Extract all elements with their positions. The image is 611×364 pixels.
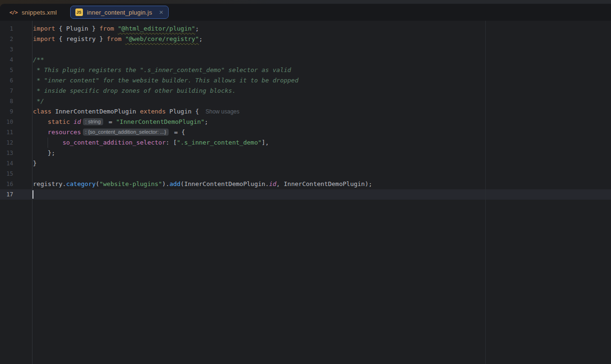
token-keyword: static [48,118,70,125]
code-line-text: class InnerContentDemoPlugin extends Plu… [32,106,239,117]
token-text: ; [195,25,199,32]
line-number: 10 [0,117,32,127]
token-keyword: class [33,108,51,115]
ide-window: </> snippets.xml JS inner_content_plugin… [0,4,611,364]
token-text [122,35,125,42]
line-number: 15 [0,169,32,179]
token-string: "website-plugins" [99,180,162,187]
code-vision-show-usages[interactable]: Show usages [205,108,239,115]
code-line-text: * inside specific drop zones of other bu… [32,86,236,96]
token-text: = [105,118,116,125]
token-text: ], [261,139,269,146]
code-line[interactable]: 15 [0,169,611,179]
code-line-text: static id: string = "InnerContentDemoPlu… [32,117,208,127]
code-line[interactable]: 9class InnerContentDemoPlugin extends Pl… [0,106,611,117]
code-line-text: registry.category("website-plugins").add… [32,179,372,189]
token-keyword: import [33,35,55,42]
token-text [114,25,118,32]
code-line[interactable]: 3 [0,44,611,55]
token-text: { Plugin } [55,25,99,32]
indent-guide [48,138,48,148]
text-caret [33,190,33,199]
code-line-text: import { registry } from "@web/core/regi… [32,34,203,44]
line-number: 2 [0,34,32,44]
token-comment: * "inner content" for the website builde… [33,77,299,84]
xml-file-icon: </> [9,9,17,16]
token-text [33,129,48,136]
code-lines-container: 1import { Plugin } from "@html_editor/pl… [0,24,611,200]
token-text: InnerContentDemoPlugin [51,108,140,115]
token-text: Plugin { [166,108,199,115]
code-line[interactable]: 7 * inside specific drop zones of other … [0,86,611,96]
code-line-text: * This plugin registers the ".s_inner_co… [32,65,291,75]
code-line[interactable]: 11 resources: {so_content_addition_selec… [0,127,611,138]
js-file-icon: JS [75,8,83,16]
token-text: ; [199,35,203,42]
token-field: id [73,118,81,125]
code-line-text: resources: {so_content_addition_selector… [32,127,185,138]
line-number: 14 [0,158,32,169]
line-number: 4 [0,55,32,65]
token-text: }; [33,149,55,156]
code-line-text: */ [32,96,44,106]
token-text: ( [96,180,99,187]
token-text: ). [162,180,170,187]
code-line[interactable]: 13 }; [0,148,611,158]
token-text: } [33,160,37,167]
code-editor[interactable]: 1import { Plugin } from "@html_editor/pl… [0,21,611,364]
token-comment: /** [33,56,44,63]
tab-snippets-xml[interactable]: </> snippets.xml [9,9,64,16]
code-line[interactable]: 1import { Plugin } from "@html_editor/pl… [0,24,611,34]
token-keyword: extends [140,108,166,115]
tab-label: snippets.xml [22,9,57,16]
code-line[interactable]: 2import { registry } from "@web/core/reg… [0,34,611,44]
close-icon[interactable]: × [159,9,163,16]
code-line[interactable]: 4/** [0,55,611,65]
line-number: 7 [0,86,32,96]
code-line[interactable]: 5 * This plugin registers the ".s_inner_… [0,65,611,75]
token-keyword: from [99,25,114,32]
line-number: 16 [0,179,32,189]
code-line-text: } [32,158,37,169]
line-number: 11 [0,127,32,138]
token-text: { registry } [55,35,107,42]
line-number: 5 [0,65,32,75]
token-comment: * inside specific drop zones of other bu… [33,87,236,94]
token-keyword: import [33,25,55,32]
line-number: 1 [0,24,32,34]
token-text: (InnerContentDemoPlugin. [180,180,269,187]
token-comment: */ [33,97,44,105]
token-string: ".s_inner_content_demo" [177,139,261,146]
code-line[interactable]: 16registry.category("website-plugins").a… [0,179,611,189]
token-text: = { [171,129,185,136]
code-line-text: so_content_addition_selector: [".s_inner… [32,138,269,148]
inlay-type-hint: : string [83,118,103,125]
code-line[interactable]: 12 so_content_addition_selector: [".s_in… [0,138,611,148]
token-text: , InnerContentDemoPlugin); [277,180,373,187]
token-field: so_content_addition_selector [63,139,166,146]
token-text [70,118,73,125]
token-field: resources [48,129,81,136]
code-line[interactable]: 8 */ [0,96,611,106]
code-line[interactable]: 6 * "inner content" for the website buil… [0,75,611,86]
line-number: 3 [0,44,32,55]
code-line[interactable]: 14} [0,158,611,169]
token-string-warning: "@html_editor/plugin" [118,25,195,32]
token-keyword: from [107,35,122,42]
code-line-text: import { Plugin } from "@html_editor/plu… [32,24,199,34]
line-number: 9 [0,106,32,117]
tab-inner-content-plugin-js[interactable]: JS inner_content_plugin.js × [70,6,169,19]
line-number: 13 [0,148,32,158]
token-string: "InnerContentDemoPlugin" [116,118,204,125]
line-number: 12 [0,138,32,148]
code-line-text: /** [32,55,44,65]
code-line[interactable]: 10 static id: string = "InnerContentDemo… [0,117,611,127]
token-comment: * This plugin registers the ".s_inner_co… [33,66,291,73]
editor-tab-bar: </> snippets.xml JS inner_content_plugin… [0,4,611,21]
token-text: ; [204,118,208,125]
line-number: 17 [0,189,32,200]
line-number: 8 [0,96,32,106]
token-text: registry. [33,180,66,187]
line-number: 6 [0,75,32,86]
code-line[interactable]: 17 [0,189,611,200]
